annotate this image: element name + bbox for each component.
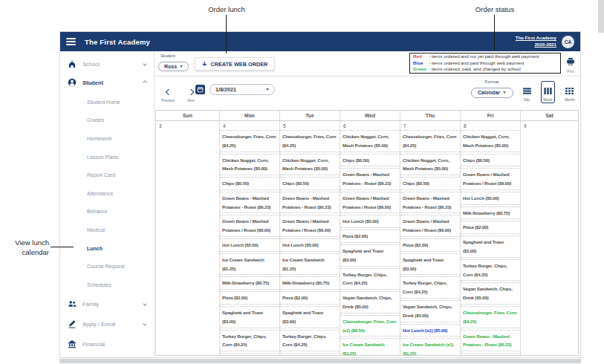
menu-icon[interactable] <box>66 38 76 45</box>
menu-item[interactable]: Chips ($0.50) <box>220 177 279 190</box>
menu-item[interactable]: Vegan Sandwich, Chips, Drink ($5.00) <box>461 282 520 305</box>
menu-item[interactable]: Spaghetti and Toast ($3.00) <box>461 235 520 258</box>
school-year-link[interactable]: The First Academy 2020-2021 <box>516 35 556 48</box>
view-month-button[interactable]: Month <box>563 82 576 102</box>
menu-item[interactable]: Green Beans - Mashed Potatoes - Roast ($… <box>220 192 279 214</box>
student-select[interactable]: Ross <box>158 62 189 71</box>
menu-item[interactable]: Turkey Burger, Chips, Corn ($4.25) <box>280 330 340 352</box>
sidebar-item-course-request[interactable]: Course Request <box>87 257 154 276</box>
sidebar-item-student-home[interactable]: Student Home <box>87 93 154 111</box>
menu-item[interactable]: Pizza ($2.00) <box>400 238 460 252</box>
menu-item[interactable]: Spaghetti and Toast ($3.00) <box>340 244 400 267</box>
sidebar-item-grades[interactable]: Grades <box>87 111 154 130</box>
sidebar-item-lunch[interactable]: Lunch <box>87 239 154 258</box>
menu-item[interactable]: Vegan Sandwich, Chips, Drink ($5.00) <box>280 353 340 355</box>
date-input[interactable]: 1/8/2021 <box>210 84 275 95</box>
menu-item[interactable]: Green Beans - Mashed Potatoes - Roast ($… <box>461 330 520 352</box>
sidebar-item-behavior[interactable]: Behavior <box>87 203 154 221</box>
menu-item[interactable]: Cheeseburger, Fries, Corn ($4.25) <box>461 306 520 328</box>
menu-item[interactable]: Milk-Strawberry ($0.75) <box>220 276 279 290</box>
menu-item[interactable]: Cheeseburger, Fries, Corn ($4.25) <box>220 130 279 152</box>
menu-item[interactable]: Green Beans / Mashed Potatoes / Roast ($… <box>280 215 340 237</box>
menu-item[interactable]: Chicken Nugget, Corn, Mash Potatoes ($5.… <box>220 154 279 176</box>
menu-item[interactable]: Cheeseburger, Fries, Corn ($4.25) <box>280 130 340 152</box>
menu-item[interactable]: Chicken Nugget, Corn, Mash Potatoes ($5.… <box>400 154 460 176</box>
menu-item[interactable]: Pizza ($2.00) <box>340 230 400 243</box>
menu-item[interactable]: Hot Lunch ($5.00) <box>461 192 520 205</box>
menu-item[interactable]: Chips ($0.50) <box>461 154 520 167</box>
menu-item[interactable]: Hot Lunch ($5.00) <box>280 238 340 252</box>
sidebar-item-family[interactable]: Family <box>60 294 154 314</box>
menu-item[interactable]: Hot Lunch ($5.00) <box>340 215 400 228</box>
format-select[interactable]: Calendar <box>471 88 513 98</box>
day-view-icon <box>523 88 531 94</box>
menu-item[interactable]: Green Beans / Mashed Potatoes / Roast ($… <box>220 215 279 237</box>
menu-item[interactable]: Chips ($0.50) <box>400 177 460 190</box>
legend-desc: - items ordered and paid through web pay… <box>429 60 524 67</box>
print-button[interactable]: Print <box>563 56 578 74</box>
menu-item[interactable]: Vegan Sandwich, Chips, Drink ($5.00) <box>340 291 400 313</box>
sidebar-item-financial[interactable]: Financial <box>60 334 154 354</box>
sidebar-item-report-card[interactable]: Report Card <box>87 166 154 184</box>
menu-item[interactable]: Ice Cream Sandwich (x1) ($1.25) <box>400 338 460 355</box>
caret-down-icon <box>503 91 506 94</box>
menu-item[interactable]: Milk-Strawberry ($0.75) <box>280 276 340 290</box>
create-web-order-button[interactable]: + CREATE WEB ORDER <box>195 57 275 71</box>
day-number: 4 <box>223 123 279 129</box>
sidebar-item-medical[interactable]: Medical <box>87 221 154 239</box>
order-toolbar: Student Ross + CREATE WEB ORDER Red- ite… <box>155 51 580 77</box>
menu-item[interactable]: Chips ($0.50) <box>340 154 400 167</box>
menu-item[interactable]: Spaghetti and Toast ($3.00) <box>220 306 279 328</box>
menu-item[interactable]: Spaghetti and Toast ($3.00) <box>400 253 460 276</box>
sidebar-item-attendance[interactable]: Attendance <box>87 184 154 203</box>
menu-item[interactable]: Green Beans / Mashed Potatoes / Roast ($… <box>461 168 520 190</box>
menu-item[interactable]: Chicken Nugget, Corn, Mash Potatoes ($5.… <box>280 154 340 176</box>
sidebar-item-schedules[interactable]: Schedules <box>87 276 154 294</box>
menu-item[interactable]: Ice Cream Sandwich ($1.25) <box>220 253 279 276</box>
menu-item[interactable]: Pizza ($2.00) <box>461 221 520 234</box>
chevron-down-icon <box>143 322 147 326</box>
chevron-down-icon <box>143 62 147 66</box>
student-icon <box>68 78 77 87</box>
print-label: Print <box>563 70 578 74</box>
sidebar-item-homework[interactable]: Homework <box>87 129 154 148</box>
menu-item[interactable]: Cheeseburger, Fries, Corn (x2) ($8.50) <box>340 315 400 337</box>
view-week-button[interactable]: Week <box>541 81 556 103</box>
sidebar-item-school[interactable]: School <box>60 56 154 72</box>
menu-item[interactable]: Chicken Nugget, Corn, Mash Potatoes ($5.… <box>340 130 400 152</box>
legend-desc: - items ordered, paid, and changed by sc… <box>429 66 521 73</box>
avatar[interactable]: CA <box>562 36 574 48</box>
menu-item[interactable]: Chips ($0.50) <box>280 177 340 190</box>
calendar-day-tue: 5Cheeseburger, Fries, Corn ($4.25)Chicke… <box>279 121 340 355</box>
legend-color-name: Red <box>413 53 429 60</box>
sidebar-item-apply-enroll[interactable]: Apply / Enroll <box>60 314 154 334</box>
menu-item[interactable]: Green Beans - Mashed Potatoes - Roast ($… <box>280 192 340 214</box>
menu-item[interactable]: Green Beans - Mashed Potatoes - Roast ($… <box>400 192 460 214</box>
menu-item[interactable]: Vegan Sandwich, Chips, Drink ($5.00) <box>400 300 460 322</box>
menu-item[interactable]: Hot Lunch (x1) ($5.00) <box>400 324 460 337</box>
menu-item[interactable]: Chicken Nugget, Corn, Mash Potatoes ($5.… <box>461 130 520 152</box>
menu-item[interactable]: Green Beans - Mashed Potatoes - Roast ($… <box>340 168 400 190</box>
menu-item[interactable]: Spaghetti and Toast ($3.00) <box>280 306 340 328</box>
sidebar-item-lesson-plans[interactable]: Lesson Plans <box>87 148 154 166</box>
menu-item[interactable]: Ice Cream Sandwich ($1.25) <box>340 338 400 355</box>
menu-item[interactable]: Turkey Burger, Chips, Corn ($4.25) <box>340 268 400 290</box>
menu-item[interactable]: Vegan Sandwich, Chips, Drink ($5.00) <box>220 353 279 355</box>
menu-item[interactable]: Pizza ($2.00) <box>280 291 340 305</box>
menu-item[interactable]: Turkey Burger, Chips, Corn ($4.25) <box>400 276 460 299</box>
menu-item[interactable]: Hot Lunch ($5.00) <box>220 238 279 252</box>
menu-item[interactable]: Ice Cream Sandwich ($1.25) <box>280 253 340 276</box>
menu-item[interactable]: Pizza ($2.00) <box>220 291 279 305</box>
sidebar-item-student[interactable]: Student <box>60 72 154 93</box>
app-window: The First Academy The First Academy 2020… <box>59 31 581 358</box>
menu-item[interactable]: Turkey Burger, Chips, Corn ($4.25) <box>461 259 520 282</box>
menu-item[interactable]: Green Beans / Mashed Potatoes / Roast ($… <box>400 215 460 237</box>
menu-item[interactable]: Turkey Burger, Chips, Corn ($4.25) <box>220 330 279 352</box>
menu-item[interactable]: Cheeseburger, Fries, Corn ($4.25) <box>400 130 460 152</box>
view-day-button[interactable]: Day <box>522 82 533 102</box>
previous-button[interactable]: Previous <box>160 84 176 103</box>
menu-item[interactable]: Ice Cream Sandwich (x2) ($2.50) <box>461 353 520 355</box>
calendar-picker-button[interactable] <box>195 85 205 94</box>
menu-item[interactable]: Green Beans / Mashed Potatoes / Roast ($… <box>340 192 400 214</box>
menu-item[interactable]: Milk-Strawberry ($0.75) <box>461 207 520 220</box>
